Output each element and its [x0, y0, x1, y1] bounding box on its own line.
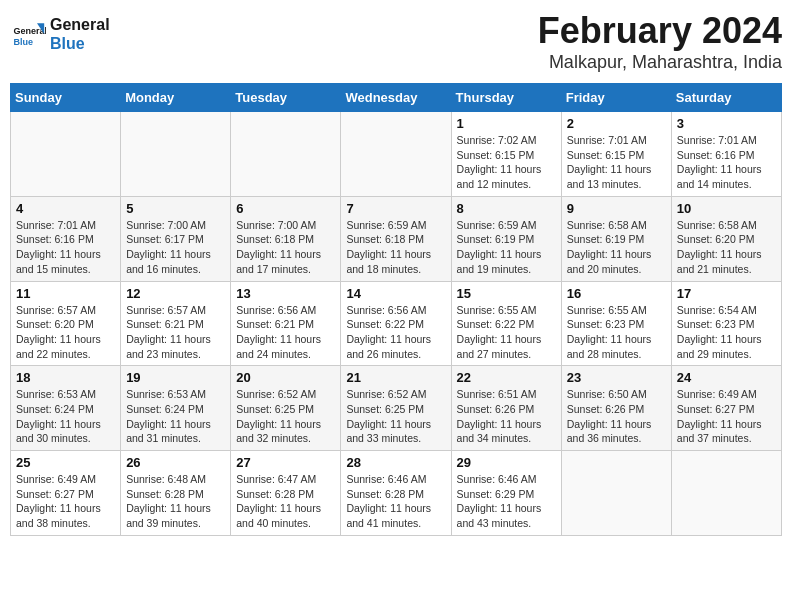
day-number: 11	[16, 286, 115, 301]
calendar-header-monday: Monday	[121, 84, 231, 112]
day-info: Sunrise: 6:57 AMSunset: 6:20 PMDaylight:…	[16, 303, 115, 362]
day-info: Sunrise: 6:49 AMSunset: 6:27 PMDaylight:…	[16, 472, 115, 531]
day-number: 27	[236, 455, 335, 470]
day-info: Sunrise: 6:48 AMSunset: 6:28 PMDaylight:…	[126, 472, 225, 531]
day-number: 21	[346, 370, 445, 385]
day-number: 26	[126, 455, 225, 470]
day-info: Sunrise: 6:53 AMSunset: 6:24 PMDaylight:…	[16, 387, 115, 446]
day-number: 14	[346, 286, 445, 301]
day-info: Sunrise: 7:00 AMSunset: 6:18 PMDaylight:…	[236, 218, 335, 277]
calendar-cell: 10Sunrise: 6:58 AMSunset: 6:20 PMDayligh…	[671, 196, 781, 281]
calendar-cell: 3Sunrise: 7:01 AMSunset: 6:16 PMDaylight…	[671, 112, 781, 197]
day-info: Sunrise: 7:01 AMSunset: 6:16 PMDaylight:…	[677, 133, 776, 192]
day-number: 13	[236, 286, 335, 301]
calendar-week-4: 25Sunrise: 6:49 AMSunset: 6:27 PMDayligh…	[11, 451, 782, 536]
day-number: 10	[677, 201, 776, 216]
calendar-cell: 4Sunrise: 7:01 AMSunset: 6:16 PMDaylight…	[11, 196, 121, 281]
day-number: 6	[236, 201, 335, 216]
calendar-cell: 2Sunrise: 7:01 AMSunset: 6:15 PMDaylight…	[561, 112, 671, 197]
day-info: Sunrise: 6:55 AMSunset: 6:22 PMDaylight:…	[457, 303, 556, 362]
calendar-cell: 13Sunrise: 6:56 AMSunset: 6:21 PMDayligh…	[231, 281, 341, 366]
calendar-cell: 28Sunrise: 6:46 AMSunset: 6:28 PMDayligh…	[341, 451, 451, 536]
logo: General Blue General Blue	[10, 15, 110, 53]
day-number: 16	[567, 286, 666, 301]
calendar-cell: 8Sunrise: 6:59 AMSunset: 6:19 PMDaylight…	[451, 196, 561, 281]
calendar-cell: 16Sunrise: 6:55 AMSunset: 6:23 PMDayligh…	[561, 281, 671, 366]
calendar-cell: 21Sunrise: 6:52 AMSunset: 6:25 PMDayligh…	[341, 366, 451, 451]
calendar-week-3: 18Sunrise: 6:53 AMSunset: 6:24 PMDayligh…	[11, 366, 782, 451]
calendar-header-sunday: Sunday	[11, 84, 121, 112]
calendar-cell	[121, 112, 231, 197]
day-number: 4	[16, 201, 115, 216]
calendar-header-friday: Friday	[561, 84, 671, 112]
day-info: Sunrise: 6:58 AMSunset: 6:20 PMDaylight:…	[677, 218, 776, 277]
day-info: Sunrise: 7:01 AMSunset: 6:16 PMDaylight:…	[16, 218, 115, 277]
calendar-week-0: 1Sunrise: 7:02 AMSunset: 6:15 PMDaylight…	[11, 112, 782, 197]
calendar-cell: 11Sunrise: 6:57 AMSunset: 6:20 PMDayligh…	[11, 281, 121, 366]
day-info: Sunrise: 6:51 AMSunset: 6:26 PMDaylight:…	[457, 387, 556, 446]
calendar-header-wednesday: Wednesday	[341, 84, 451, 112]
day-info: Sunrise: 6:53 AMSunset: 6:24 PMDaylight:…	[126, 387, 225, 446]
day-info: Sunrise: 6:52 AMSunset: 6:25 PMDaylight:…	[236, 387, 335, 446]
logo-line1: General	[50, 15, 110, 34]
calendar-week-1: 4Sunrise: 7:01 AMSunset: 6:16 PMDaylight…	[11, 196, 782, 281]
calendar-cell: 22Sunrise: 6:51 AMSunset: 6:26 PMDayligh…	[451, 366, 561, 451]
calendar-header-thursday: Thursday	[451, 84, 561, 112]
day-number: 20	[236, 370, 335, 385]
day-number: 25	[16, 455, 115, 470]
calendar-cell	[231, 112, 341, 197]
calendar-cell: 27Sunrise: 6:47 AMSunset: 6:28 PMDayligh…	[231, 451, 341, 536]
day-info: Sunrise: 6:47 AMSunset: 6:28 PMDaylight:…	[236, 472, 335, 531]
calendar-cell: 29Sunrise: 6:46 AMSunset: 6:29 PMDayligh…	[451, 451, 561, 536]
logo-line2: Blue	[50, 34, 110, 53]
day-number: 2	[567, 116, 666, 131]
calendar-cell: 20Sunrise: 6:52 AMSunset: 6:25 PMDayligh…	[231, 366, 341, 451]
day-number: 8	[457, 201, 556, 216]
day-number: 24	[677, 370, 776, 385]
day-info: Sunrise: 7:01 AMSunset: 6:15 PMDaylight:…	[567, 133, 666, 192]
day-number: 9	[567, 201, 666, 216]
calendar-cell: 5Sunrise: 7:00 AMSunset: 6:17 PMDaylight…	[121, 196, 231, 281]
calendar-cell: 26Sunrise: 6:48 AMSunset: 6:28 PMDayligh…	[121, 451, 231, 536]
day-info: Sunrise: 6:55 AMSunset: 6:23 PMDaylight:…	[567, 303, 666, 362]
calendar-cell: 12Sunrise: 6:57 AMSunset: 6:21 PMDayligh…	[121, 281, 231, 366]
day-info: Sunrise: 6:56 AMSunset: 6:22 PMDaylight:…	[346, 303, 445, 362]
day-number: 5	[126, 201, 225, 216]
calendar-header-row: SundayMondayTuesdayWednesdayThursdayFrid…	[11, 84, 782, 112]
day-number: 15	[457, 286, 556, 301]
day-info: Sunrise: 6:54 AMSunset: 6:23 PMDaylight:…	[677, 303, 776, 362]
calendar-cell: 25Sunrise: 6:49 AMSunset: 6:27 PMDayligh…	[11, 451, 121, 536]
calendar-cell: 7Sunrise: 6:59 AMSunset: 6:18 PMDaylight…	[341, 196, 451, 281]
month-title: February 2024	[538, 10, 782, 52]
day-info: Sunrise: 6:56 AMSunset: 6:21 PMDaylight:…	[236, 303, 335, 362]
calendar: SundayMondayTuesdayWednesdayThursdayFrid…	[10, 83, 782, 536]
day-number: 22	[457, 370, 556, 385]
day-number: 19	[126, 370, 225, 385]
day-info: Sunrise: 6:46 AMSunset: 6:29 PMDaylight:…	[457, 472, 556, 531]
title-block: February 2024 Malkapur, Maharashtra, Ind…	[538, 10, 782, 73]
calendar-cell	[671, 451, 781, 536]
day-number: 1	[457, 116, 556, 131]
day-info: Sunrise: 6:57 AMSunset: 6:21 PMDaylight:…	[126, 303, 225, 362]
calendar-header-tuesday: Tuesday	[231, 84, 341, 112]
day-info: Sunrise: 6:52 AMSunset: 6:25 PMDaylight:…	[346, 387, 445, 446]
day-number: 28	[346, 455, 445, 470]
day-info: Sunrise: 6:59 AMSunset: 6:18 PMDaylight:…	[346, 218, 445, 277]
calendar-cell	[11, 112, 121, 197]
day-number: 12	[126, 286, 225, 301]
calendar-cell: 9Sunrise: 6:58 AMSunset: 6:19 PMDaylight…	[561, 196, 671, 281]
day-info: Sunrise: 7:02 AMSunset: 6:15 PMDaylight:…	[457, 133, 556, 192]
day-number: 23	[567, 370, 666, 385]
logo-icon: General Blue	[10, 16, 46, 52]
location-title: Malkapur, Maharashtra, India	[538, 52, 782, 73]
day-info: Sunrise: 6:59 AMSunset: 6:19 PMDaylight:…	[457, 218, 556, 277]
day-info: Sunrise: 6:50 AMSunset: 6:26 PMDaylight:…	[567, 387, 666, 446]
calendar-header-saturday: Saturday	[671, 84, 781, 112]
header: General Blue General Blue February 2024 …	[10, 10, 782, 73]
calendar-cell	[341, 112, 451, 197]
svg-text:Blue: Blue	[14, 37, 34, 47]
calendar-week-2: 11Sunrise: 6:57 AMSunset: 6:20 PMDayligh…	[11, 281, 782, 366]
calendar-cell: 1Sunrise: 7:02 AMSunset: 6:15 PMDaylight…	[451, 112, 561, 197]
day-info: Sunrise: 6:49 AMSunset: 6:27 PMDaylight:…	[677, 387, 776, 446]
day-info: Sunrise: 6:58 AMSunset: 6:19 PMDaylight:…	[567, 218, 666, 277]
